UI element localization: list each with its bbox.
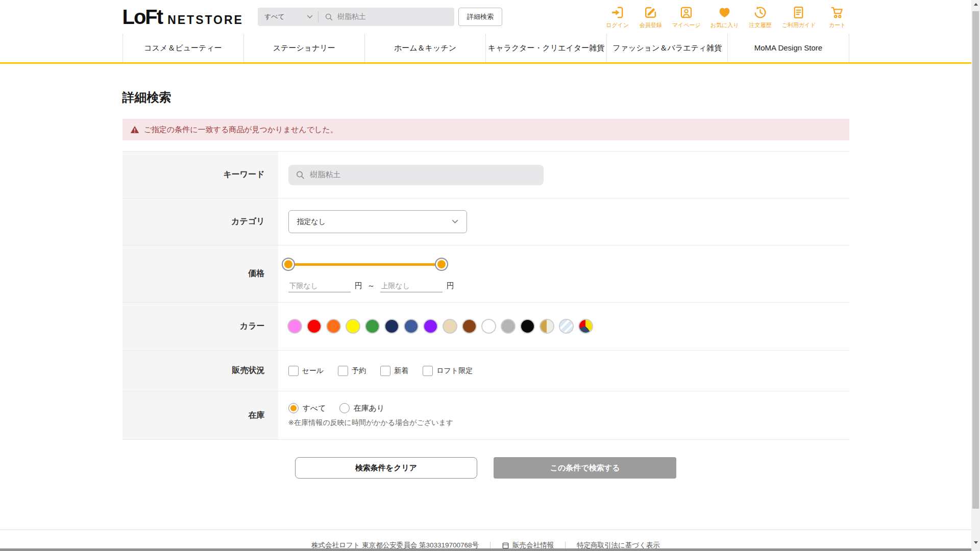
vertical-scrollbar[interactable] (971, 0, 980, 551)
logo-store-text: NETSTORE (167, 14, 243, 26)
chevron-down-icon (307, 15, 313, 19)
price-slider-track[interactable] (288, 263, 442, 266)
site-header: LoFt NETSTORE すべて 詳細検索 (0, 0, 971, 34)
checkbox-label: 予約 (352, 366, 366, 375)
keyword-input[interactable] (310, 170, 536, 179)
search-icon (325, 12, 333, 22)
stock-radio (339, 403, 350, 413)
price-range-slider (288, 257, 442, 271)
quicklink-label: お気に入り (710, 21, 739, 29)
color-label: カラー (122, 303, 278, 350)
color-swatch-gold-silver[interactable] (541, 320, 553, 333)
nav-item-character[interactable]: キャラクター・クリエイター雑貨 (485, 34, 606, 62)
stock-radio-all[interactable]: すべて (288, 403, 326, 413)
search-scope-select[interactable]: すべて (258, 8, 318, 26)
checkbox-label: セール (302, 366, 324, 375)
checkbox-icon (338, 366, 348, 376)
color-swatch-pink[interactable] (288, 320, 301, 333)
header-search-input[interactable] (337, 13, 448, 21)
status-checkbox-reservation[interactable]: 予約 (338, 366, 366, 376)
order-history-icon (753, 5, 768, 20)
color-swatch-white[interactable] (482, 320, 495, 333)
color-swatch-beige[interactable] (444, 320, 456, 333)
mypage-icon (679, 5, 694, 20)
nav-item-stationery[interactable]: ステーショナリー (243, 34, 364, 62)
color-swatch-green[interactable] (366, 320, 379, 333)
color-swatch-gray[interactable] (502, 320, 514, 333)
color-swatch-list (288, 320, 592, 333)
color-swatch-orange[interactable] (327, 320, 340, 333)
form-row-stock: 在庫 すべて 在庫あり ※在庫情 (122, 391, 849, 440)
favorites-icon (717, 5, 732, 20)
scrollbar-up-arrow[interactable] (971, 0, 980, 9)
radio-label: 在庫あり (354, 404, 385, 413)
stock-radio (288, 403, 299, 413)
form-row-price: 価格 円 ～ 円 (122, 245, 849, 302)
status-checkbox-new[interactable]: 新着 (380, 366, 408, 376)
search-with-conditions-button[interactable]: この条件で検索する (494, 457, 676, 479)
price-slider-handle-min[interactable] (283, 259, 294, 270)
bottom-window-edge (0, 548, 971, 551)
advanced-search-form: キーワード カテゴリ 指定なし (122, 151, 849, 440)
logo-brand-text: LoFt (122, 7, 163, 27)
scrollbar-thumb[interactable] (972, 11, 979, 509)
nav-item-cosme[interactable]: コスメ＆ビューティー (122, 34, 243, 62)
color-swatch-black[interactable] (521, 320, 534, 333)
quicklink-login[interactable]: ログイン (606, 5, 629, 29)
scrollbar-down-arrow[interactable] (971, 538, 980, 547)
error-message: ご指定の条件に一致する商品が見つかりませんでした。 (144, 125, 338, 135)
status-checkbox-sale[interactable]: セール (288, 366, 324, 376)
nav-item-fashion[interactable]: ファッション＆バラエティ雑貨 (606, 34, 727, 62)
checkbox-icon (423, 366, 433, 376)
color-swatch-brown[interactable] (463, 320, 476, 333)
quicklink-favorites[interactable]: お気に入り (710, 5, 739, 29)
status-checkbox-loft-limited[interactable]: ロフト限定 (423, 366, 473, 376)
category-nav: コスメ＆ビューティー ステーショナリー ホーム＆キッチン キャラクター・クリエイ… (0, 34, 971, 64)
color-swatch-yellow[interactable] (347, 320, 359, 333)
register-icon (643, 5, 658, 20)
category-select[interactable]: 指定なし (288, 210, 467, 233)
form-row-status: 販売状況 セール 予約 新着 (122, 350, 849, 391)
header-search: すべて 詳細検索 (258, 8, 502, 26)
quicklink-mypage[interactable]: マイページ (672, 5, 701, 29)
price-separator: ～ (368, 281, 375, 291)
nav-item-home-kitchen[interactable]: ホーム＆キッチン (364, 34, 485, 62)
quicklink-label: 会員登録 (640, 21, 662, 29)
price-max-unit: 円 (447, 281, 454, 291)
color-swatch-red[interactable] (308, 320, 321, 333)
color-swatch-blue[interactable] (405, 320, 418, 333)
color-swatch-navy[interactable] (385, 320, 398, 333)
nav-item-moma[interactable]: MoMA Design Store (727, 34, 849, 62)
category-label: カテゴリ (122, 198, 278, 245)
quicklink-cart[interactable]: カート (826, 5, 849, 29)
form-actions: 検索条件をクリア この条件で検索する (122, 457, 849, 479)
checkbox-label: ロフト限定 (436, 366, 473, 375)
keyword-input-box (288, 165, 544, 185)
price-min-input[interactable] (288, 280, 351, 292)
quicklink-guide[interactable]: ご利用ガイド (781, 5, 816, 29)
price-slider-handle-max[interactable] (436, 259, 447, 270)
quicklink-register[interactable]: 会員登録 (639, 5, 663, 29)
radio-label: すべて (303, 404, 326, 413)
header-quicklinks: ログイン 会員登録 マイページ (606, 5, 849, 29)
form-row-keyword: キーワード (122, 151, 849, 198)
color-swatch-purple[interactable] (424, 320, 437, 333)
loft-logo[interactable]: LoFt NETSTORE (122, 7, 243, 27)
price-label: 価格 (122, 245, 278, 302)
status-label: 販売状況 (122, 350, 278, 391)
price-min-unit: 円 (355, 281, 362, 291)
warning-icon (130, 126, 139, 134)
color-swatch-multicolor[interactable] (579, 320, 592, 333)
cart-icon (830, 5, 845, 20)
checkbox-icon (380, 366, 390, 376)
clear-conditions-button[interactable]: 検索条件をクリア (295, 457, 477, 479)
advanced-search-button[interactable]: 詳細検索 (458, 8, 502, 26)
stock-note: ※在庫情報の反映に時間がかかる場合がございます (288, 418, 454, 428)
quicklink-order-history[interactable]: 注文履歴 (748, 5, 772, 29)
stock-radio-instock[interactable]: 在庫あり (339, 403, 385, 413)
color-swatch-clear[interactable] (560, 320, 573, 333)
form-row-color: カラー (122, 302, 849, 350)
site-footer: 株式会社ロフト 東京都公安委員会 第303319700768号 販売会社情報 特… (0, 530, 971, 551)
keyword-label: キーワード (122, 152, 278, 198)
price-max-input[interactable] (380, 280, 443, 292)
